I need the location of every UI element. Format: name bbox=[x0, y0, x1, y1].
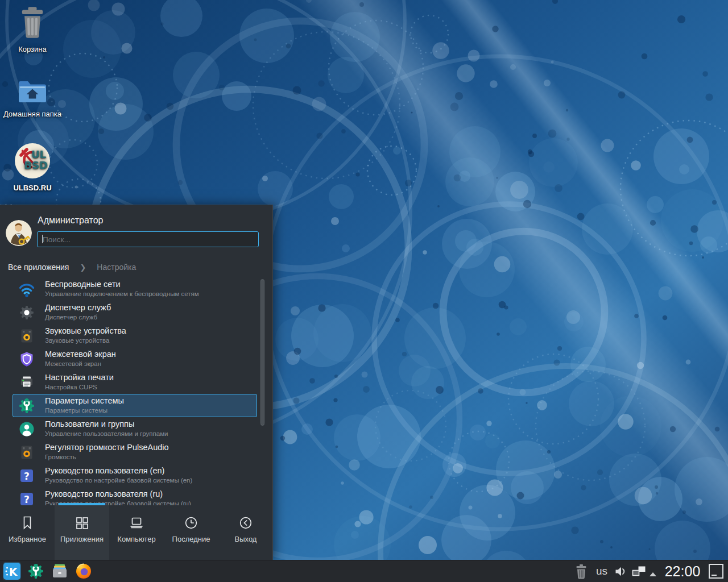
app-title: Беспроводные сети bbox=[45, 280, 121, 289]
desktop-icon-label: Домашняя папка bbox=[3, 110, 61, 118]
app-item[interactable]: Параметры системы Параметры системы bbox=[13, 394, 257, 417]
app-item[interactable]: Диспетчер служб Диспетчер служб bbox=[13, 301, 257, 324]
desktop-screen: Корзина Домашняя папка UL BSD ULBSD.RU А… bbox=[0, 0, 728, 582]
taskbar: K us 22:00 bbox=[0, 560, 728, 582]
app-item[interactable]: Пользователи и группы Управление пользов… bbox=[13, 417, 257, 440]
app-title: Диспетчер служб bbox=[45, 303, 111, 312]
bookmark-icon bbox=[19, 514, 36, 531]
launcher-firefox[interactable] bbox=[75, 562, 93, 580]
audio-device-icon bbox=[18, 327, 36, 345]
app-title: Параметры системы bbox=[45, 396, 124, 405]
help-icon: ? bbox=[18, 467, 36, 485]
desktop-icon-home-folder[interactable]: Домашняя папка bbox=[3, 77, 62, 118]
launcher-system-settings[interactable] bbox=[27, 562, 45, 580]
svg-text:BSD: BSD bbox=[24, 159, 48, 171]
app-list: Беспроводные сети Управление подключение… bbox=[13, 277, 257, 505]
app-subtitle: Диспетчер служб bbox=[45, 314, 97, 321]
tab-leave[interactable]: Выход bbox=[218, 505, 273, 560]
kickoff-menu: Администратор Все приложения ❯ Настройка… bbox=[0, 205, 273, 560]
app-item[interactable]: ? Руководство пользователя (ru) Руководс… bbox=[13, 487, 257, 505]
chevron-right-icon: ❯ bbox=[80, 263, 86, 272]
app-subtitle: Управление подключением к беспроводным с… bbox=[45, 290, 199, 297]
tab-applications[interactable]: Приложения bbox=[55, 505, 109, 560]
app-subtitle: Параметры системы bbox=[45, 407, 107, 414]
printer-icon bbox=[18, 373, 36, 392]
app-title: Звуковые устройства bbox=[45, 326, 126, 335]
tab-label: Компьютер bbox=[106, 535, 167, 543]
history-clock-icon bbox=[183, 514, 200, 531]
tab-label: Приложения bbox=[51, 535, 113, 543]
breadcrumb-settings: Настройка bbox=[97, 263, 136, 272]
desktop-icon-label: ULBSD.RU bbox=[13, 184, 51, 192]
services-gear-icon bbox=[18, 304, 36, 322]
show-desktop-button[interactable] bbox=[709, 564, 723, 579]
svg-text:UL: UL bbox=[31, 148, 46, 160]
ulbsd-logo-icon: UL BSD bbox=[3, 142, 62, 181]
apps-grid-icon bbox=[73, 514, 90, 531]
text-caret bbox=[42, 235, 43, 243]
desktop-icon-label: Корзина bbox=[18, 45, 47, 53]
tab-computer[interactable]: Компьютер bbox=[109, 505, 164, 560]
scrollbar-thumb[interactable] bbox=[260, 279, 264, 426]
breadcrumb-all-applications[interactable]: Все приложения bbox=[8, 263, 69, 272]
app-item[interactable]: Беспроводные сети Управление подключение… bbox=[13, 277, 257, 301]
breadcrumb: Все приложения ❯ Настройка bbox=[8, 263, 136, 272]
system-settings-icon bbox=[27, 572, 45, 582]
app-subtitle: Звуковые устройства bbox=[45, 337, 109, 344]
tab-label: Выход bbox=[215, 535, 276, 543]
app-item[interactable]: Регулятор громкости PulseAudio Громкость bbox=[13, 440, 257, 464]
app-title: Межсетевой экран bbox=[45, 350, 116, 359]
volume-icon[interactable] bbox=[614, 564, 628, 579]
svg-text:?: ? bbox=[24, 494, 30, 505]
app-item[interactable]: Настройка печати Настройка CUPS bbox=[13, 371, 257, 394]
firewall-shield-icon bbox=[18, 350, 36, 368]
volume-speaker-icon bbox=[18, 443, 36, 462]
tray-trash-icon[interactable] bbox=[573, 563, 589, 580]
search-input[interactable] bbox=[37, 231, 259, 247]
file-manager-icon bbox=[51, 572, 69, 582]
tray-expand-arrow-icon[interactable] bbox=[649, 569, 657, 574]
tab-label: Избранное bbox=[0, 535, 58, 543]
app-title: Настройка печати bbox=[45, 373, 114, 382]
user-avatar[interactable] bbox=[6, 220, 32, 246]
desktop-icon-trash[interactable]: Корзина bbox=[3, 6, 62, 53]
tab-label: Последние bbox=[160, 535, 222, 543]
leave-icon bbox=[237, 514, 254, 531]
computer-icon bbox=[128, 514, 145, 531]
app-subtitle: Управление пользователями и группами bbox=[45, 430, 168, 437]
user-name: Администратор bbox=[38, 215, 103, 226]
tab-recent[interactable]: Последние bbox=[164, 505, 218, 560]
app-title: Регулятор громкости PulseAudio bbox=[45, 443, 169, 452]
svg-text:?: ? bbox=[24, 471, 30, 482]
users-icon bbox=[18, 420, 36, 438]
svg-text:K: K bbox=[9, 566, 18, 578]
system-settings-icon bbox=[18, 397, 36, 415]
help-icon: ? bbox=[18, 490, 36, 505]
app-subtitle: Громкость bbox=[45, 454, 76, 460]
keyboard-layout-indicator[interactable]: us bbox=[596, 560, 607, 582]
app-subtitle: Настройка CUPS bbox=[45, 384, 97, 390]
app-subtitle: Руководство по настройке базовой системы… bbox=[45, 477, 192, 484]
trash-icon bbox=[3, 6, 62, 43]
kde-menu-icon: K bbox=[3, 572, 21, 582]
firefox-icon bbox=[75, 572, 93, 582]
kickoff-tab-bar: Избранное Приложения Компьютер Последние… bbox=[0, 505, 273, 560]
desktop-icon-ulbsd[interactable]: UL BSD ULBSD.RU bbox=[3, 142, 62, 192]
app-title: Пользователи и группы bbox=[45, 419, 134, 429]
app-item[interactable]: Межсетевой экран Межсетевой экран bbox=[13, 347, 257, 371]
app-subtitle: Межсетевой экран bbox=[45, 360, 101, 367]
wifi-icon bbox=[18, 280, 36, 298]
app-item[interactable]: Звуковые устройства Звуковые устройства bbox=[13, 324, 257, 347]
tab-favorites[interactable]: Избранное bbox=[0, 505, 55, 560]
clipboard-icon[interactable] bbox=[631, 564, 646, 579]
digital-clock[interactable]: 22:00 bbox=[660, 560, 705, 582]
launcher-kde-menu[interactable]: K bbox=[3, 562, 21, 580]
launcher-file-manager[interactable] bbox=[51, 562, 69, 580]
app-item[interactable]: ? Руководство пользователя (en) Руководс… bbox=[13, 464, 257, 487]
app-title: Руководство пользователя (ru) bbox=[45, 489, 163, 498]
home-folder-icon bbox=[3, 77, 62, 107]
app-title: Руководство пользователя (en) bbox=[45, 466, 164, 475]
